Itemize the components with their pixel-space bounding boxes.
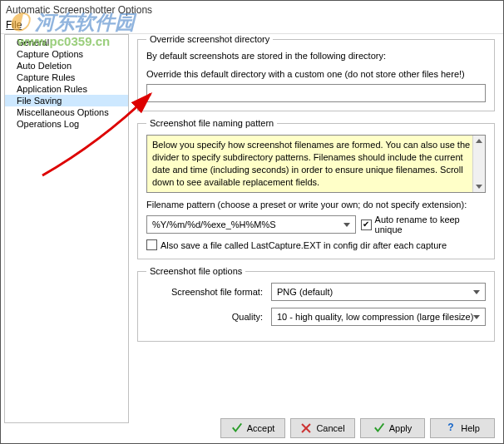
quality-label: Quality: bbox=[146, 312, 271, 322]
cancel-label: Cancel bbox=[316, 423, 344, 433]
menu-file[interactable]: File bbox=[6, 19, 22, 31]
auto-rename-label: Auto rename to keep unique bbox=[375, 215, 486, 234]
override-fieldset: Override screenshot directory By default… bbox=[137, 34, 495, 111]
options-legend: Screenshot file options bbox=[146, 266, 245, 276]
options-fieldset: Screenshot file options Screenshot file … bbox=[137, 266, 495, 342]
lastcapture-checkbox[interactable]: Also save a file called LastCapture.EXT … bbox=[146, 239, 447, 250]
check-icon bbox=[373, 422, 385, 434]
check-icon bbox=[231, 422, 243, 434]
accept-button[interactable]: Accept bbox=[220, 418, 285, 438]
help-label: Help bbox=[461, 423, 480, 433]
override-directory-input[interactable] bbox=[146, 84, 486, 102]
settings-panel: Override screenshot directory By default… bbox=[129, 34, 500, 423]
help-button[interactable]: Help bbox=[430, 418, 495, 438]
naming-legend: Screenshot file naming pattern bbox=[146, 118, 277, 128]
help-icon bbox=[445, 422, 457, 434]
naming-info-box[interactable]: Below you specify how screenshot filenam… bbox=[146, 135, 486, 193]
sidebar-item-operations-log[interactable]: Operations Log bbox=[5, 118, 128, 130]
format-value: PNG (default) bbox=[277, 287, 333, 297]
auto-rename-checkbox[interactable]: ✔ Auto rename to keep unique bbox=[361, 215, 486, 234]
checkbox-icon: ✔ bbox=[361, 220, 372, 230]
window-title: Automatic Screenshotter Options bbox=[1, 1, 503, 17]
format-label: Screenshot file format: bbox=[146, 287, 271, 297]
sidebar-item-capture-rules[interactable]: Capture Rules bbox=[5, 72, 128, 83]
pattern-label: Filename pattern (choose a preset or wri… bbox=[146, 200, 486, 210]
naming-fieldset: Screenshot file naming pattern Below you… bbox=[137, 118, 495, 259]
apply-label: Apply bbox=[389, 423, 413, 433]
filename-pattern-select[interactable]: %Y/%m/%d/%exe_%H%M%S bbox=[146, 215, 356, 234]
format-select[interactable]: PNG (default) bbox=[271, 283, 486, 301]
sidebar-item-file-saving[interactable]: File Saving bbox=[5, 95, 128, 106]
sidebar-item-application-rules[interactable]: Application Rules bbox=[5, 83, 128, 95]
sidebar-item-general[interactable]: General bbox=[5, 37, 128, 48]
filename-pattern-value: %Y/%m/%d/%exe_%H%M%S bbox=[152, 220, 276, 229]
override-legend: Override screenshot directory bbox=[146, 34, 273, 44]
override-label: Override this default directory with a c… bbox=[146, 69, 486, 79]
sidebar-item-misc-options[interactable]: Miscellaneous Options bbox=[5, 106, 128, 118]
sidebar-item-auto-deletion[interactable]: Auto Deletion bbox=[5, 60, 128, 72]
menubar: File bbox=[1, 17, 503, 34]
quality-select[interactable]: 10 - high quality, low compression (larg… bbox=[271, 308, 486, 326]
apply-button[interactable]: Apply bbox=[360, 418, 425, 438]
quality-value: 10 - high quality, low compression (larg… bbox=[277, 312, 473, 322]
sidebar-item-capture-options[interactable]: Capture Options bbox=[5, 48, 128, 60]
sidebar-tree[interactable]: General Capture Options Auto Deletion Ca… bbox=[4, 34, 129, 423]
button-bar: Accept Cancel Apply Help bbox=[220, 418, 495, 438]
accept-label: Accept bbox=[247, 423, 275, 433]
scrollbar[interactable] bbox=[472, 136, 485, 192]
x-icon bbox=[300, 422, 312, 434]
cancel-button[interactable]: Cancel bbox=[290, 418, 355, 438]
lastcapture-label: Also save a file called LastCapture.EXT … bbox=[161, 240, 447, 250]
checkbox-icon bbox=[146, 239, 157, 250]
override-description: By default screenshots are stored in the… bbox=[146, 51, 486, 61]
